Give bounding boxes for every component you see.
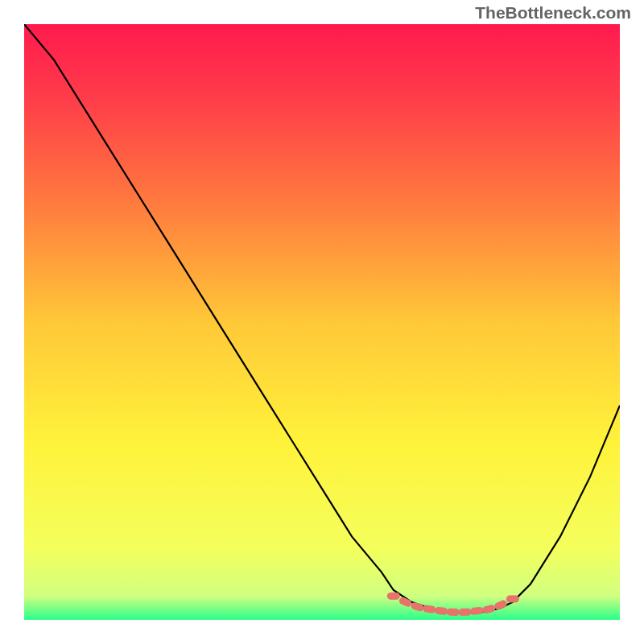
optimal-marker (481, 604, 496, 614)
optimal-marker (470, 606, 484, 615)
optimal-marker (435, 606, 448, 615)
watermark-text: TheBottleneck.com (475, 3, 631, 23)
bottleneck-curve-path (24, 24, 620, 613)
optimal-marker (423, 605, 436, 614)
optimal-range-markers (387, 592, 519, 616)
bottleneck-chart: TheBottleneck.com (0, 0, 644, 644)
optimal-marker (447, 608, 460, 616)
optimal-marker (387, 592, 400, 600)
plot-frame (24, 24, 620, 620)
optimal-marker (458, 608, 471, 616)
chart-curve-layer (24, 24, 620, 620)
optimal-marker (506, 596, 519, 603)
